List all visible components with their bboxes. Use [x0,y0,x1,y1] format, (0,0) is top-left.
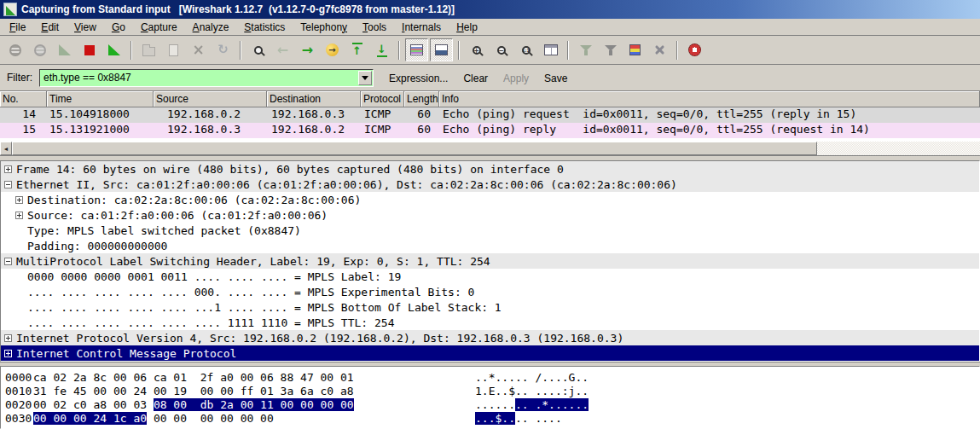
column-header-no[interactable]: No. [0,91,47,107]
zoom-out-button[interactable]: − [490,38,513,61]
filter-input[interactable]: eth.type == 0x8847 [39,69,374,87]
packet-row-14[interactable]: 1415.104918000192.168.0.2192.168.0.3ICMP… [0,107,980,123]
menu-file[interactable]: File [2,20,33,35]
detail-row[interactable]: .... .... .... .... .... 000. .... .... … [1,284,979,299]
zoom-100-button[interactable]: 1:1 [514,38,537,61]
scrollbar-thumb[interactable] [12,142,817,155]
menu-statistics[interactable]: Statistics [236,20,293,35]
column-header-info[interactable]: Info [439,91,980,107]
detail-row[interactable]: Padding: 000000000000 [1,238,979,253]
preferences-button[interactable] [648,38,671,61]
hex-row-0010[interactable]: 001031 fe 45 00 00 24 00 19 00 00 ff 01 … [1,385,979,398]
go-to-first-packet-button[interactable]: ↑ [345,38,368,61]
collapse-icon[interactable] [4,181,12,188]
clear-button[interactable]: Clear [463,72,488,84]
coloring-rules-icon [629,44,641,55]
save-button[interactable]: Save [544,72,567,84]
hex-row-0030[interactable]: 003000 00 00 24 1c a0 00 00 00 00 00 00.… [1,412,979,426]
hex-highlighted-bytes: 08 00 db 2a 00 11 00 00 00 00 [154,398,354,411]
hex-ascii: 1.E..$.. ....:j.. [475,385,979,398]
start-capture-icon [59,44,71,55]
column-header-destination[interactable]: Destination [267,91,361,107]
collapse-icon[interactable] [4,258,12,265]
detail-row[interactable]: Frame 14: 60 bytes on wire (480 bits), 6… [1,161,979,177]
capture-options-button [28,38,51,61]
menu-telephony[interactable]: Telephony [293,20,355,35]
open-capture-file-icon [142,44,155,56]
save-capture-file-icon [169,44,178,56]
menu-help[interactable]: Help [449,20,485,35]
detail-row[interactable]: .... .... .... .... .... .... 1111 1110 … [1,315,979,330]
resize-columns-button[interactable] [539,38,562,61]
scrollbar-track[interactable] [817,142,980,155]
toolbar-separator [458,41,460,60]
filter-dropdown-button[interactable] [358,71,372,85]
detail-row[interactable]: 0000 0000 0000 0001 0011 .... .... .... … [1,269,979,284]
menu-analyze[interactable]: Analyze [185,20,237,35]
wireshark-logo-icon [3,3,17,16]
detail-row[interactable]: Internet Protocol Version 4, Src: 192.16… [1,330,979,345]
detail-row[interactable]: Internet Control Message Protocol [1,345,979,361]
go-forward-button[interactable]: → [296,38,319,61]
expression-button[interactable]: Expression... [389,72,448,84]
column-header-length[interactable]: Length [404,91,439,107]
detail-row[interactable]: MultiProtocol Label Switching Header, La… [1,253,979,269]
packet-list-hscrollbar: ◄ [0,142,980,155]
menu-tools[interactable]: Tools [355,20,394,35]
menu-edit[interactable]: Edit [33,20,67,35]
hex-bytes: .. .... [515,412,562,425]
expand-icon[interactable] [4,350,12,357]
menu-capture[interactable]: Capture [133,20,185,35]
restart-capture-button[interactable] [102,38,125,61]
help-button[interactable] [683,38,706,61]
column-header-source[interactable]: Source [154,91,267,107]
expand-icon[interactable] [4,334,12,342]
coloring-rules-button[interactable] [623,38,647,61]
expand-icon[interactable] [15,196,23,204]
cell-no: 14 [0,107,47,123]
colorize-packet-list-button[interactable] [405,38,428,61]
column-header-time[interactable]: Time [47,91,154,107]
toolbar-separator [130,41,132,60]
menu-go[interactable]: Go [104,20,133,35]
go-to-packet-button[interactable]: → [321,38,344,61]
preferences-icon [652,43,667,57]
go-to-last-packet-button[interactable]: ↓ [370,38,393,61]
packet-row-15[interactable]: 1515.131921000192.168.0.3192.168.0.2ICMP… [0,123,980,138]
find-packet-button[interactable] [246,38,270,61]
cell-info: Echo (ping) reply id=0x0011, seq=0/0, tt… [439,123,980,138]
detail-text: .... .... .... .... .... 000. .... .... … [27,286,474,299]
expand-icon[interactable] [4,165,12,173]
scroll-left-button[interactable]: ◄ [0,142,12,155]
capture-options-icon [34,44,46,56]
packet-bytes-pane: 0000ca 02 2a 8c 00 06 ca 01 2f a0 00 06 … [0,366,980,429]
detail-text: MultiProtocol Label Switching Header, La… [16,255,490,268]
go-forward-icon: → [302,43,313,57]
close-capture-file-button: × [187,38,210,61]
detail-text: Ethernet II, Src: ca:01:2f:a0:00:06 (ca:… [16,178,677,191]
menu-view[interactable]: View [67,20,104,35]
packet-details-pane: Frame 14: 60 bytes on wire (480 bits), 6… [0,160,980,362]
auto-scroll-live-capture-button[interactable] [430,38,453,61]
menu-internals[interactable]: Internals [394,20,449,35]
wireshark-window: Capturing from Standard input [Wireshark… [0,0,980,429]
capture-filters-icon [580,45,592,55]
detail-row[interactable]: .... .... .... .... .... ...1 .... .... … [1,299,979,315]
cell-destination: 192.168.0.3 [267,107,361,123]
detail-row[interactable]: Destination: ca:02:2a:8c:00:06 (ca:02:2a… [1,192,979,207]
column-header-protocol[interactable]: Protocol [361,91,404,107]
hex-ascii: ...$.... .... [475,412,979,426]
filter-toolbar: Filter: eth.type == 0x8847 Expression...… [0,65,980,91]
hex-data: 00 02 c0 a8 00 03 08 00 db 2a 00 11 00 0… [33,398,475,412]
zoom-in-button[interactable]: + [465,38,488,61]
hex-row-0000[interactable]: 0000ca 02 2a 8c 00 06 ca 01 2f a0 00 06 … [1,371,979,385]
detail-row[interactable]: Type: MPLS label switched packet (0x8847… [1,223,979,238]
expand-icon[interactable] [15,212,23,219]
display-filters-button[interactable] [599,38,622,61]
stop-capture-button[interactable] [78,38,101,61]
detail-row[interactable]: Ethernet II, Src: ca:01:2f:a0:00:06 (ca:… [1,177,979,192]
hex-row-0020[interactable]: 002000 02 c0 a8 00 03 08 00 db 2a 00 11 … [1,398,979,412]
detail-row[interactable]: Source: ca:01:2f:a0:00:06 (ca:01:2f:a0:0… [1,207,979,223]
detail-text: Destination: ca:02:2a:8c:00:06 (ca:02:2a… [27,194,361,206]
menu-bar: FileEditViewGoCaptureAnalyzeStatisticsTe… [0,19,980,36]
